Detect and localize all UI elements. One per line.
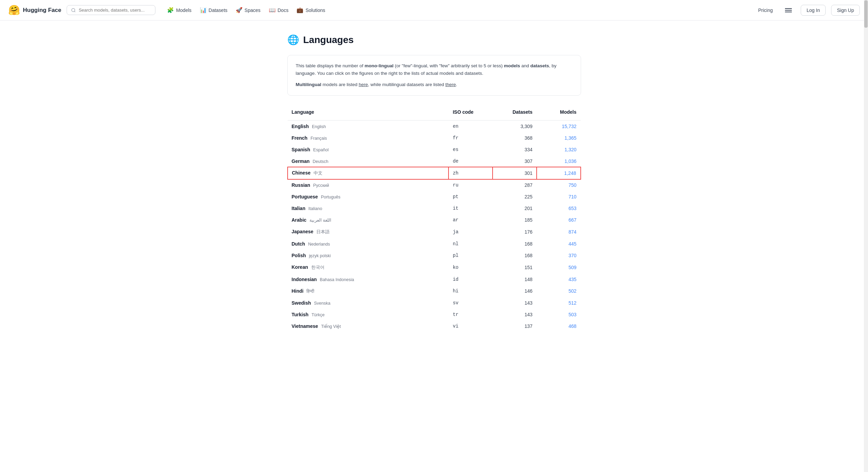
cell-datasets-16: 143 <box>493 309 537 320</box>
lang-native-8: اللغة العربية <box>309 218 331 223</box>
lang-name-4: Chinese <box>292 170 311 176</box>
cell-datasets-0: 3,309 <box>493 120 537 132</box>
here-link-2[interactable]: there <box>445 82 456 87</box>
lang-name-17: Vietnamese <box>292 323 318 329</box>
table-row: Japanese 日本語 ja 176 874 <box>288 226 581 238</box>
cell-datasets-9: 176 <box>493 226 537 238</box>
navbar: 🤗 Hugging Face 🧩 Models 📊 Datasets 🚀 Spa… <box>0 0 868 20</box>
lang-native-3: Deutsch <box>313 159 328 164</box>
languages-icon: 🌐 <box>287 34 299 45</box>
cell-models-6[interactable]: 710 <box>537 191 581 203</box>
cell-iso-3: de <box>449 155 493 167</box>
cell-models-15[interactable]: 512 <box>537 297 581 309</box>
lang-name-8: Arabic <box>292 217 307 223</box>
scrollbar-track[interactable] <box>864 0 868 352</box>
table-row: Portuguese Português pt 225 710 <box>288 191 581 203</box>
col-header-models: Models <box>537 107 581 121</box>
cell-models-3[interactable]: 1,036 <box>537 155 581 167</box>
svg-line-1 <box>74 11 75 12</box>
cell-iso-0: en <box>449 120 493 132</box>
nav-spaces[interactable]: 🚀 Spaces <box>232 5 264 15</box>
cell-language-11: Polish język polski <box>288 250 449 261</box>
cell-models-12[interactable]: 509 <box>537 261 581 274</box>
cell-iso-5: ru <box>449 179 493 191</box>
cell-language-1: French Français <box>288 132 449 144</box>
lang-native-4: 中文 <box>314 171 322 176</box>
scrollbar-thumb[interactable] <box>864 0 868 28</box>
lang-name-2: Spanish <box>292 147 310 152</box>
cell-models-1[interactable]: 1,365 <box>537 132 581 144</box>
cell-models-7[interactable]: 653 <box>537 203 581 214</box>
cell-language-17: Vietnamese Tiếng Việt <box>288 320 449 332</box>
cell-datasets-11: 168 <box>493 250 537 261</box>
table-row: Indonesian Bahasa Indonesia id 148 435 <box>288 274 581 285</box>
lang-name-15: Swedish <box>292 300 311 306</box>
cell-models-2[interactable]: 1,320 <box>537 144 581 155</box>
cell-models-10[interactable]: 445 <box>537 238 581 250</box>
cell-iso-17: vi <box>449 320 493 332</box>
table-body: English English en 3,309 15,732 French F… <box>288 120 581 332</box>
col-header-language: Language <box>288 107 449 121</box>
lang-native-0: English <box>312 124 326 129</box>
cell-models-17[interactable]: 468 <box>537 320 581 332</box>
lang-native-7: Italiano <box>308 206 322 211</box>
table-row: Hindi हिन्दी hi 146 502 <box>288 285 581 297</box>
nav-docs[interactable]: 📖 Docs <box>265 5 292 15</box>
col-header-datasets: Datasets <box>493 107 537 121</box>
cell-models-14[interactable]: 502 <box>537 285 581 297</box>
nav-pricing[interactable]: Pricing <box>755 5 776 15</box>
cell-language-10: Dutch Nederlands <box>288 238 449 250</box>
cell-language-6: Portuguese Português <box>288 191 449 203</box>
brand-logo[interactable]: 🤗 Hugging Face <box>8 4 61 16</box>
lang-native-2: Español <box>313 148 329 152</box>
lang-name-1: French <box>292 135 308 141</box>
table-row: Vietnamese Tiếng Việt vi 137 468 <box>288 320 581 332</box>
docs-icon: 📖 <box>269 7 276 13</box>
cell-datasets-17: 137 <box>493 320 537 332</box>
cell-models-9[interactable]: 874 <box>537 226 581 238</box>
cell-models-0[interactable]: 15,732 <box>537 120 581 132</box>
cell-datasets-5: 287 <box>493 179 537 191</box>
lang-native-15: Svenska <box>314 301 330 306</box>
table-row: Polish język polski pl 168 370 <box>288 250 581 261</box>
nav-datasets-label: Datasets <box>209 8 228 13</box>
table-row: Italian Italiano it 201 653 <box>288 203 581 214</box>
cell-datasets-6: 225 <box>493 191 537 203</box>
cell-models-11[interactable]: 370 <box>537 250 581 261</box>
solutions-icon: 💼 <box>297 7 303 13</box>
cell-models-4[interactable]: 1,248 <box>537 167 581 179</box>
cell-models-5[interactable]: 750 <box>537 179 581 191</box>
nav-solutions[interactable]: 💼 Solutions <box>293 5 329 15</box>
here-link-1[interactable]: here <box>359 82 368 87</box>
cell-models-13[interactable]: 435 <box>537 274 581 285</box>
lang-native-17: Tiếng Việt <box>321 324 341 329</box>
login-button[interactable]: Log In <box>801 5 826 16</box>
lang-native-13: Bahasa Indonesia <box>320 277 354 282</box>
table-row: Spanish Español es 334 1,320 <box>288 144 581 155</box>
nav-datasets[interactable]: 📊 Datasets <box>196 5 231 15</box>
cell-models-8[interactable]: 667 <box>537 214 581 226</box>
cell-datasets-8: 185 <box>493 214 537 226</box>
cell-datasets-4: 301 <box>493 167 537 179</box>
cell-models-16[interactable]: 503 <box>537 309 581 320</box>
cell-datasets-10: 168 <box>493 238 537 250</box>
page-title-row: 🌐 Languages <box>287 34 581 45</box>
search-input[interactable] <box>79 8 151 13</box>
cell-language-14: Hindi हिन्दी <box>288 285 449 297</box>
search-icon <box>71 8 76 13</box>
lang-native-16: Türkçe <box>312 313 325 317</box>
nav-more-button[interactable] <box>782 5 795 15</box>
cell-iso-7: it <box>449 203 493 214</box>
search-box[interactable] <box>67 5 155 15</box>
brand-name: Hugging Face <box>23 7 61 14</box>
cell-iso-2: es <box>449 144 493 155</box>
table-row: French Français fr 368 1,365 <box>288 132 581 144</box>
signup-button[interactable]: Sign Up <box>831 5 860 16</box>
nav-models[interactable]: 🧩 Models <box>164 5 195 15</box>
nav-links: 🧩 Models 📊 Datasets 🚀 Spaces 📖 Docs 💼 So… <box>164 5 329 15</box>
table-row: Dutch Nederlands nl 168 445 <box>288 238 581 250</box>
cell-iso-1: fr <box>449 132 493 144</box>
models-icon: 🧩 <box>167 7 174 13</box>
cell-iso-6: pt <box>449 191 493 203</box>
lang-native-12: 한국어 <box>311 265 325 270</box>
